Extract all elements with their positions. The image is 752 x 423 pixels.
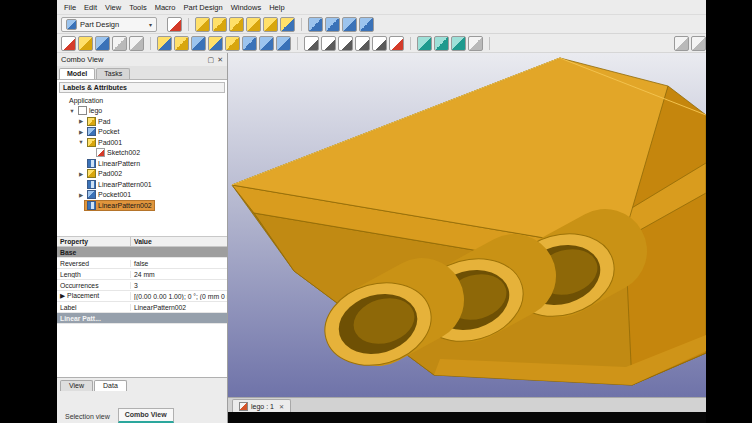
part-torus-icon[interactable] (225, 36, 240, 51)
linear-pattern-icon (87, 180, 96, 189)
document-tab-bar: lego : 1 ✕ (228, 397, 706, 412)
model-tree: Application▼lego▶Pad▶Pocket▼Pad001Sketch… (57, 95, 227, 211)
boolean-cut-icon[interactable] (259, 36, 274, 51)
sketch-icon (96, 148, 105, 157)
document-tab-lego[interactable]: lego : 1 ✕ (232, 399, 291, 412)
collapse-arrow-icon[interactable]: ▼ (77, 139, 85, 145)
3d-viewport[interactable] (228, 53, 706, 397)
additive-pipe-icon[interactable] (246, 17, 261, 32)
workbench-selector[interactable]: Part Design ▾ (61, 17, 157, 32)
menu-help[interactable]: Help (265, 2, 288, 13)
tab-data[interactable]: Data (94, 380, 127, 391)
property-row-length[interactable]: Length24 mm (57, 269, 227, 280)
tree-item-linearpattern001[interactable]: LinearPattern001 (57, 179, 227, 190)
sketch-arc-icon[interactable] (338, 36, 353, 51)
property-row-occurrences[interactable]: Occurrences3 (57, 280, 227, 291)
pad-icon[interactable] (195, 17, 210, 32)
expand-arrow-icon[interactable]: ▶ (77, 118, 85, 124)
dock-tab-bar: Selection viewCombo View (57, 405, 228, 423)
expand-arrow-icon[interactable]: ▶ (77, 192, 85, 198)
tree-item-application[interactable]: Application (57, 95, 227, 106)
close-panel-icon[interactable]: ✕ (217, 56, 223, 64)
statusbar-tab-combo-view[interactable]: Combo View (118, 408, 174, 423)
measure-angle-icon[interactable] (434, 36, 449, 51)
sketch-polyline-icon[interactable] (355, 36, 370, 51)
property-column-header: Property (57, 237, 131, 246)
3d-viewport-canvas[interactable] (228, 53, 706, 397)
tab-tasks[interactable]: Tasks (96, 68, 130, 79)
fit-all-icon[interactable] (691, 36, 706, 51)
linear-pattern-icon (87, 201, 96, 210)
property-row-reversed[interactable]: Reversedfalse (57, 258, 227, 269)
freecad-window: FileEditViewToolsMacroPart DesignWindows… (57, 0, 706, 423)
tree-item-linearpattern002[interactable]: LinearPattern002 (57, 200, 227, 211)
additive-helix-icon[interactable] (263, 17, 278, 32)
tab-model[interactable]: Model (59, 68, 95, 79)
new-document-icon[interactable] (61, 36, 76, 51)
part-cone-icon[interactable] (208, 36, 223, 51)
part-design-workbench-icon (66, 19, 77, 30)
sketch-circle-icon[interactable] (321, 36, 336, 51)
menu-macro[interactable]: Macro (151, 2, 180, 13)
tree-item-lego[interactable]: ▼lego (57, 106, 227, 117)
save-icon[interactable] (95, 36, 110, 51)
tree-item-linearpattern[interactable]: LinearPattern (57, 158, 227, 169)
collapse-arrow-icon[interactable]: ▼ (68, 108, 76, 114)
tree-item-pad002[interactable]: ▶Pad002 (57, 169, 227, 180)
part-box-icon[interactable] (157, 36, 172, 51)
open-icon[interactable] (78, 36, 93, 51)
boolean-union-icon[interactable] (242, 36, 257, 51)
create-sketch-icon[interactable] (167, 17, 182, 32)
menu-windows[interactable]: Windows (227, 2, 265, 13)
hole-icon[interactable] (325, 17, 340, 32)
menu-tools[interactable]: Tools (125, 2, 151, 13)
paste-icon[interactable] (129, 36, 144, 51)
menu-part-design[interactable]: Part Design (180, 2, 227, 13)
pocket-icon (87, 190, 96, 199)
chevron-down-icon: ▾ (149, 21, 152, 28)
expand-arrow-icon[interactable]: ▶ (77, 129, 85, 135)
groove-icon[interactable] (342, 17, 357, 32)
measure-refresh-icon[interactable] (451, 36, 466, 51)
tree-item-sketch002[interactable]: Sketch002 (57, 148, 227, 159)
property-group-base[interactable]: Base (57, 247, 227, 258)
menu-edit[interactable]: Edit (80, 2, 101, 13)
tab-view[interactable]: View (60, 380, 93, 391)
expand-arrow-icon[interactable]: ▶ (77, 171, 85, 177)
tree-item-pad001[interactable]: ▼Pad001 (57, 137, 227, 148)
toolbar-separator (297, 37, 298, 50)
float-panel-icon[interactable]: ▢ (208, 56, 215, 64)
statusbar-tab-selection-view[interactable]: Selection view (59, 411, 116, 423)
revolution-icon[interactable] (212, 17, 227, 32)
value-column-header: Value (131, 237, 155, 246)
part-cylinder-icon[interactable] (174, 36, 189, 51)
isometric-view-icon[interactable] (674, 36, 689, 51)
combo-view-titlebar: Combo View ▢ ✕ (57, 53, 227, 66)
viewport-bottom-strip (228, 412, 706, 423)
combo-view-panel: Combo View ▢ ✕ ModelTasks Labels & Attri… (57, 53, 228, 405)
measure-clear-icon[interactable] (468, 36, 483, 51)
toolbar-2-icons (61, 36, 706, 51)
pocket-icon[interactable] (308, 17, 323, 32)
menu-file[interactable]: File (60, 2, 80, 13)
tree-item-pocket001[interactable]: ▶Pocket001 (57, 190, 227, 201)
additive-loft-icon[interactable] (229, 17, 244, 32)
subtractive-loft-icon[interactable] (359, 17, 374, 32)
copy-icon[interactable] (112, 36, 127, 51)
property-row-placement[interactable]: ▶ Placement[(0.00 0.00 1.00); 0 °; (0 mm… (57, 291, 227, 302)
sketch-line-icon[interactable] (304, 36, 319, 51)
boolean-operation-icon[interactable] (280, 17, 295, 32)
tree-header: Labels & Attributes (59, 82, 225, 93)
sketch-constraint-icon[interactable] (389, 36, 404, 51)
property-group-linear-patt[interactable]: Linear Patt... (57, 313, 227, 324)
tree-item-pad[interactable]: ▶Pad (57, 116, 227, 127)
part-sphere-icon[interactable] (191, 36, 206, 51)
property-row-label[interactable]: LabelLinearPattern002 (57, 302, 227, 313)
combo-view-title: Combo View (61, 55, 103, 64)
close-document-icon[interactable]: ✕ (279, 403, 284, 410)
menu-view[interactable]: View (101, 2, 125, 13)
tree-item-pocket[interactable]: ▶Pocket (57, 127, 227, 138)
boolean-intersection-icon[interactable] (276, 36, 291, 51)
measure-distance-icon[interactable] (417, 36, 432, 51)
sketch-rectangle-icon[interactable] (372, 36, 387, 51)
